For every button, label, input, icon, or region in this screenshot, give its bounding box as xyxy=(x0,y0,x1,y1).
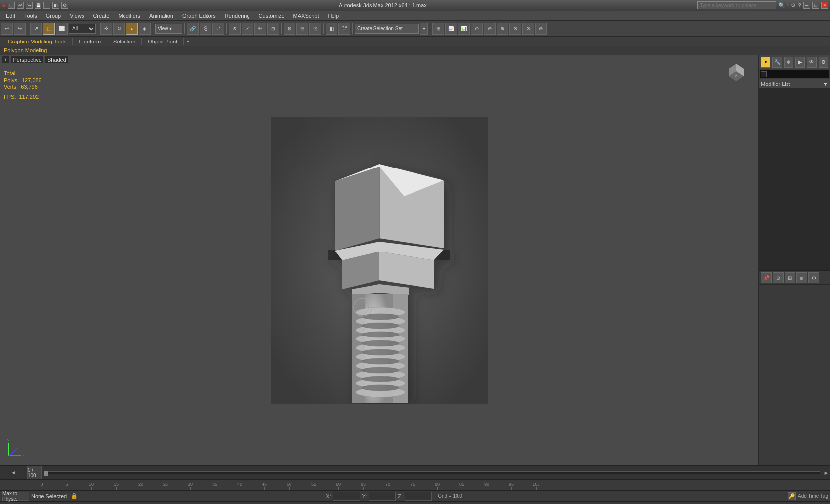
select-scale-button[interactable]: ⬥ xyxy=(126,23,138,35)
timeline-thumb[interactable] xyxy=(44,471,48,476)
menu-modifiers[interactable]: Modifiers xyxy=(114,12,144,20)
object-color-swatch[interactable] xyxy=(761,71,767,77)
polygon-modeling-tab[interactable]: Polygon Modeling xyxy=(2,47,49,54)
timeline-track[interactable] xyxy=(44,471,820,474)
graphite-tab-modeling[interactable]: Graphite Modeling Tools xyxy=(2,38,73,45)
timeline-nav-left[interactable]: ◄ xyxy=(0,466,27,479)
viewport[interactable]: + Perspective Shaded Total Polys: 127,08… xyxy=(0,55,758,465)
modifier-list-header[interactable]: Modifier List ▼ xyxy=(759,79,830,89)
ruler-mark[interactable]: 50 xyxy=(277,482,301,490)
select-link-button[interactable]: 🔗 xyxy=(187,23,199,35)
show-end-result-button[interactable]: ⊝ xyxy=(773,272,784,283)
align-down-button[interactable]: ⊡ xyxy=(309,23,321,35)
lock-icon[interactable]: 🔒 xyxy=(71,493,78,499)
use-pivot-button[interactable]: ◈ xyxy=(139,23,151,35)
close-button[interactable]: ✕ xyxy=(821,2,828,9)
viewport-plus-button[interactable]: + xyxy=(2,56,9,63)
viewport-shaded-label[interactable]: Shaded xyxy=(45,56,68,63)
select-object-button[interactable]: ↗ xyxy=(30,23,42,35)
menu-maxscript[interactable]: MAXScript xyxy=(290,12,323,20)
timeline-position-display[interactable]: 0 / 100 xyxy=(27,466,42,479)
ruler-mark[interactable]: 35 xyxy=(203,482,227,490)
reference-coord-dropdown[interactable]: View ▾ xyxy=(155,24,182,34)
pin-stack-button[interactable]: 📌 xyxy=(761,272,772,283)
menu-views[interactable]: Views xyxy=(66,12,88,20)
y-coord-value[interactable] xyxy=(369,492,396,501)
ruler-mark[interactable]: 45 xyxy=(252,482,277,490)
add-time-tag-button[interactable]: Add Time Tag xyxy=(798,493,828,499)
maximize-button[interactable]: □ xyxy=(812,2,819,9)
graphite-tab-freeform[interactable]: Freeform xyxy=(73,38,107,45)
angle-snap-button[interactable]: ∠ xyxy=(242,23,253,35)
ruler-mark[interactable]: 70 xyxy=(375,482,400,490)
configure-modifier-button[interactable]: ⚙ xyxy=(808,272,819,283)
modify-tab-icon[interactable]: 🔧 xyxy=(772,57,782,68)
schematic-view-button[interactable]: ⊞ xyxy=(432,23,444,35)
display-tab-icon[interactable]: 👁 xyxy=(807,57,816,68)
search-input[interactable] xyxy=(697,1,776,9)
ruler-mark[interactable]: 100 xyxy=(524,482,548,490)
ruler-mark[interactable]: 25 xyxy=(153,482,178,490)
spinner-snap-button[interactable]: ⊞ xyxy=(267,23,279,35)
minimize-button[interactable]: ─ xyxy=(803,2,810,9)
percent-snap-button[interactable]: % xyxy=(254,23,266,35)
ruler-mark[interactable]: 75 xyxy=(400,482,425,490)
menu-animation[interactable]: Animation xyxy=(145,12,177,20)
info-icon[interactable]: ℹ xyxy=(787,2,789,9)
render-setup-button[interactable]: 🎬 xyxy=(338,23,350,35)
select-filter[interactable]: All Geometry Shapes Lights Cameras xyxy=(69,24,96,34)
select-move-button[interactable]: ✛ xyxy=(100,23,112,35)
make-unique-button[interactable]: ⊞ xyxy=(785,272,795,283)
undo-button[interactable]: ↩ xyxy=(1,23,13,35)
dope-sheet-button[interactable]: 📊 xyxy=(458,23,470,35)
named-selection-dropdown[interactable]: ▾ xyxy=(420,23,428,35)
graphite-extra[interactable]: ▸ xyxy=(184,38,193,44)
menu-graph-editors[interactable]: Graph Editors xyxy=(178,12,220,20)
create-tab-icon[interactable]: ✦ xyxy=(761,57,770,68)
align-button[interactable]: ⊟ xyxy=(296,23,308,35)
z-coord-value[interactable] xyxy=(405,492,432,501)
utilities-tab-icon[interactable]: ⚙ xyxy=(819,57,828,68)
timeline-slider[interactable] xyxy=(42,466,822,479)
extra-button-1[interactable]: ⊙ xyxy=(471,23,483,35)
menu-customize[interactable]: Customize xyxy=(255,12,289,20)
extra-button-5[interactable]: ⊘ xyxy=(522,23,534,35)
ruler-mark[interactable]: 10 xyxy=(79,482,104,490)
menu-edit[interactable]: Edit xyxy=(2,12,19,20)
ruler-mark[interactable]: 60 xyxy=(326,482,351,490)
extra-button-2[interactable]: ⊛ xyxy=(484,23,496,35)
key-icon[interactable]: 🔑 xyxy=(788,492,796,500)
mirror-button[interactable]: ⊠ xyxy=(284,23,295,35)
ruler-mark[interactable]: 20 xyxy=(128,482,153,490)
menu-create[interactable]: Create xyxy=(89,12,113,20)
titlebar-icon4[interactable]: 💾 xyxy=(35,2,42,9)
ruler-mark[interactable]: 55 xyxy=(301,482,326,490)
select-rotate-button[interactable]: ↻ xyxy=(113,23,125,35)
timeline-nav-right[interactable]: ► xyxy=(822,470,830,476)
viewport-perspective-label[interactable]: Perspective xyxy=(11,56,43,63)
x-coord-value[interactable] xyxy=(333,492,360,501)
remove-modifier-button[interactable]: 🗑 xyxy=(796,272,807,283)
help-icon[interactable]: ? xyxy=(798,2,801,8)
unlink-button[interactable]: ⛓ xyxy=(200,23,211,35)
ruler-mark[interactable]: 15 xyxy=(104,482,128,490)
snap-toggle-button[interactable]: S xyxy=(229,23,241,35)
ruler-mark[interactable]: 95 xyxy=(499,482,524,490)
redo-button[interactable]: ↪ xyxy=(14,23,26,35)
select-region-button[interactable]: ⬚ xyxy=(43,23,55,35)
ruler-mark[interactable]: 30 xyxy=(178,482,203,490)
ruler-mark[interactable]: 5 xyxy=(54,482,79,490)
create-selection-set-input[interactable] xyxy=(355,24,419,34)
ruler-mark[interactable]: 85 xyxy=(450,482,474,490)
ruler-mark[interactable]: 80 xyxy=(425,482,450,490)
window-crossing-button[interactable]: ⬜ xyxy=(56,23,68,35)
titlebar-icon2[interactable]: ↩ xyxy=(17,2,24,9)
ruler-mark[interactable]: 90 xyxy=(474,482,499,490)
extra-button-6[interactable]: ⊚ xyxy=(535,23,547,35)
titlebar-icon5[interactable]: + xyxy=(43,2,50,9)
titlebar-icon7[interactable]: ⚙ xyxy=(61,2,68,9)
extra-button-3[interactable]: ⊕ xyxy=(497,23,508,35)
menu-help[interactable]: Help xyxy=(324,12,343,20)
material-editor-button[interactable]: ◧ xyxy=(326,23,337,35)
curve-editor-button[interactable]: 📈 xyxy=(445,23,457,35)
